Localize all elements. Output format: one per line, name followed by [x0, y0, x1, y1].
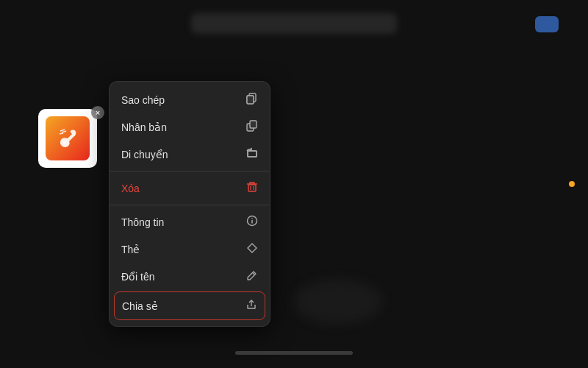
guitar-icon: [54, 125, 81, 152]
copy-icon: [246, 93, 258, 107]
file-icon: [38, 109, 97, 168]
svg-line-2: [62, 131, 66, 132]
close-badge[interactable]: ×: [91, 106, 104, 119]
svg-rect-8: [250, 121, 257, 128]
menu-label-move: Di chuyển: [121, 149, 246, 160]
svg-rect-6: [247, 96, 254, 104]
menu-item-duplicate[interactable]: Nhân bản: [110, 113, 270, 141]
menu-label-tag: Thẻ: [121, 244, 246, 255]
svg-rect-9: [248, 151, 257, 157]
menu-label-delete: Xóa: [121, 183, 246, 194]
menu-item-delete[interactable]: Xóa: [110, 174, 270, 202]
menu-item-share[interactable]: Chia sẻ: [114, 291, 265, 320]
svg-point-0: [63, 141, 67, 145]
menu-item-info[interactable]: Thông tin: [110, 208, 270, 236]
bg-blur: [294, 280, 382, 324]
menu-item-move[interactable]: Di chuyển: [110, 141, 270, 168]
file-icon-container: ×: [38, 109, 101, 172]
svg-line-3: [60, 133, 63, 134]
svg-point-15: [251, 218, 253, 219]
background: [0, 0, 588, 368]
menu-label-share: Chia sẻ: [122, 300, 245, 312]
info-icon: [246, 215, 258, 229]
side-dot: [569, 181, 575, 187]
share-icon: [245, 299, 257, 313]
divider-1: [110, 171, 270, 171]
file-icon-inner: [46, 116, 90, 160]
menu-item-copy[interactable]: Sao chép: [110, 86, 270, 113]
menu-label-duplicate: Nhân bản: [121, 121, 246, 133]
svg-line-1: [60, 130, 65, 131]
divider-2: [110, 205, 270, 205]
top-bar-dot: [535, 16, 559, 32]
top-bar: [191, 13, 397, 34]
trash-icon: [246, 181, 258, 195]
menu-label-rename: Đổi tên: [121, 271, 246, 283]
menu-item-tag[interactable]: Thẻ: [110, 236, 270, 263]
context-menu: Sao chép Nhân bản Di chuyển: [109, 81, 270, 327]
menu-label-info: Thông tin: [121, 216, 246, 228]
menu-item-rename[interactable]: Đổi tên: [110, 263, 270, 290]
scroll-bar: [235, 351, 353, 355]
menu-label-copy: Sao chép: [121, 94, 246, 106]
rename-icon: [246, 269, 258, 283]
tag-icon: [246, 242, 258, 256]
duplicate-icon: [246, 120, 258, 134]
move-icon: [246, 147, 258, 161]
svg-rect-10: [248, 185, 256, 191]
